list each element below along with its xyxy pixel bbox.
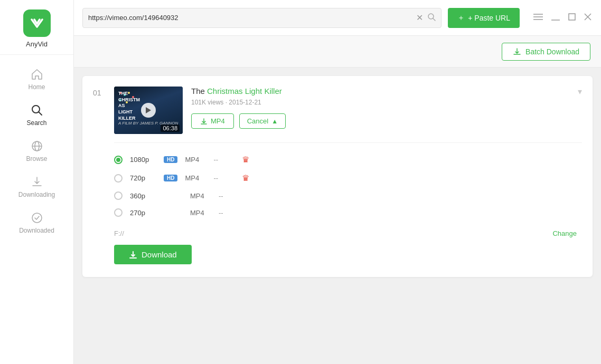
expand-chevron-icon[interactable]: ▾	[578, 87, 582, 97]
sidebar: AnyVid Home Search Browse	[0, 0, 74, 364]
video-title-highlight: Christmas Light Killer	[207, 87, 282, 95]
content-area: 01 THECHRISTMASLIGHTKILLER A FILM BY JAM…	[74, 68, 601, 364]
res-size-720p: --	[213, 174, 234, 182]
res-format-720p: MP4	[185, 174, 206, 182]
search-icon	[30, 103, 44, 117]
res-size-360p: --	[219, 192, 240, 200]
download-btn-icon	[129, 251, 137, 259]
downloaded-icon	[30, 211, 44, 225]
sidebar-item-search[interactable]: Search	[0, 96, 73, 132]
cancel-button[interactable]: Cancel ▲	[239, 113, 286, 129]
svg-line-7	[433, 18, 435, 21]
change-path-link[interactable]: Change	[552, 229, 582, 237]
svg-marker-15	[146, 107, 151, 113]
res-format-360p: MP4	[190, 192, 211, 200]
paste-url-label: + Paste URL	[468, 14, 510, 22]
download-btn-row: Download	[114, 245, 582, 264]
resolution-row: 270p MP4 --	[114, 204, 582, 221]
browse-icon	[30, 139, 44, 153]
sidebar-item-label: Search	[26, 119, 46, 127]
res-size-270p: --	[219, 209, 240, 217]
paste-icon: ＋	[457, 13, 465, 23]
download-button[interactable]: Download	[114, 245, 192, 264]
mp4-label: MP4	[211, 117, 225, 125]
svg-line-1	[39, 112, 42, 116]
res-format-1080p: MP4	[185, 156, 206, 164]
downloading-icon	[30, 175, 44, 189]
hd-badge-1080p: HD	[164, 156, 177, 163]
download-icon	[513, 47, 521, 56]
video-title: The Christmas Light Killer	[191, 87, 569, 95]
search-icon	[427, 13, 436, 23]
sidebar-item-label: Home	[28, 83, 45, 91]
video-actions: MP4 Cancel ▲	[191, 113, 569, 129]
minimize-button[interactable]	[550, 12, 561, 24]
sidebar-item-label: Browse	[26, 155, 47, 162]
radio-720p[interactable]	[114, 174, 123, 183]
hd-badge-720p: HD	[164, 175, 177, 181]
sidebar-item-downloaded[interactable]: Downloaded	[0, 204, 73, 240]
premium-crown-icon: ♛	[242, 173, 249, 183]
topbar: ✕ ＋ + Paste URL	[74, 0, 601, 36]
video-title-part1: The	[191, 87, 207, 95]
sidebar-item-label: Downloaded	[19, 227, 54, 234]
resolution-row: 720p HD MP4 -- ♛	[114, 169, 582, 187]
url-input-wrapper: ✕	[82, 8, 442, 28]
video-info: The Christmas Light Killer 101K views · …	[191, 87, 569, 129]
res-size-1080p: --	[213, 156, 234, 164]
video-meta: 101K views · 2015-12-21	[191, 99, 569, 106]
resolution-row: 360p MP4 --	[114, 187, 582, 204]
res-label-720p: 720p	[130, 174, 156, 182]
nav-items: Home Search Browse Downloading	[0, 55, 73, 240]
premium-crown-icon: ♛	[242, 155, 249, 165]
close-button[interactable]	[583, 12, 593, 24]
url-input[interactable]	[88, 14, 412, 22]
sidebar-item-label: Downloading	[18, 191, 55, 198]
app-logo-icon	[23, 9, 51, 37]
cancel-label: Cancel	[247, 117, 268, 125]
menu-button[interactable]	[532, 12, 544, 24]
res-format-270p: MP4	[190, 209, 211, 217]
home-icon	[30, 68, 44, 81]
maximize-button[interactable]	[567, 12, 577, 24]
video-thumbnail: THECHRISTMASLIGHTKILLER A FILM BY JAMES …	[114, 87, 183, 134]
batch-download-label: Batch Download	[525, 47, 579, 56]
chevron-up-icon: ▲	[271, 118, 278, 125]
resolution-row: 1080p HD MP4 -- ♛	[114, 150, 582, 169]
batch-download-button[interactable]: Batch Download	[502, 43, 590, 61]
download-btn-label: Download	[142, 250, 177, 259]
save-path-row: F:// Change	[114, 229, 582, 237]
radio-1080p[interactable]	[114, 156, 123, 164]
url-clear-button[interactable]: ✕	[416, 14, 423, 22]
download-icon	[200, 118, 208, 125]
save-path-text: F://	[114, 229, 124, 237]
video-card: 01 THECHRISTMASLIGHTKILLER A FILM BY JAM…	[82, 76, 593, 277]
radio-360p[interactable]	[114, 191, 123, 200]
res-label-270p: 270p	[130, 209, 156, 217]
svg-rect-12	[569, 14, 575, 20]
video-number: 01	[93, 87, 106, 97]
resolution-list: 1080p HD MP4 -- ♛ 720p HD MP4 -- ♛	[114, 142, 582, 221]
thumb-duration: 06:38	[161, 124, 180, 132]
mp4-button[interactable]: MP4	[191, 113, 234, 129]
res-label-360p: 360p	[130, 192, 156, 200]
logo-area: AnyVid	[0, 0, 73, 55]
thumb-play-button[interactable]	[141, 103, 156, 118]
app-name: AnyVid	[26, 40, 48, 48]
sidebar-item-downloading[interactable]: Downloading	[0, 168, 73, 204]
main-area: ✕ ＋ + Paste URL	[74, 0, 601, 364]
video-header: 01 THECHRISTMASLIGHTKILLER A FILM BY JAM…	[93, 87, 582, 134]
res-label-1080p: 1080p	[130, 156, 156, 164]
svg-point-5	[32, 213, 42, 223]
sidebar-item-browse[interactable]: Browse	[0, 132, 73, 168]
radio-270p[interactable]	[114, 208, 123, 217]
window-controls	[532, 12, 593, 24]
sidebar-item-home[interactable]: Home	[0, 60, 73, 96]
batch-download-bar: Batch Download	[74, 36, 601, 68]
thumb-title-text: THECHRISTMASLIGHTKILLER	[118, 91, 140, 121]
paste-url-button[interactable]: ＋ + Paste URL	[448, 8, 520, 28]
